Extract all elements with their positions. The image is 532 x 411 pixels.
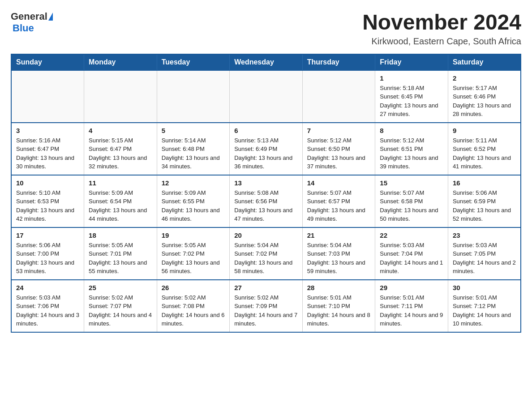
calendar-week-2: 3Sunrise: 5:16 AM Sunset: 6:47 PM Daylig… — [11, 123, 521, 175]
calendar-cell: 17Sunrise: 5:06 AM Sunset: 7:00 PM Dayli… — [11, 227, 84, 280]
header-wednesday: Wednesday — [230, 54, 303, 70]
calendar-cell — [11, 70, 84, 123]
calendar-cell — [84, 70, 157, 123]
title-block: November 2024 Kirkwood, Eastern Cape, So… — [362, 11, 521, 47]
day-number: 12 — [162, 179, 225, 187]
calendar-cell: 12Sunrise: 5:09 AM Sunset: 6:55 PM Dayli… — [157, 175, 230, 227]
calendar-cell: 5Sunrise: 5:14 AM Sunset: 6:48 PM Daylig… — [157, 123, 230, 175]
day-info: Sunrise: 5:14 AM Sunset: 6:48 PM Dayligh… — [162, 136, 225, 171]
day-number: 7 — [307, 127, 371, 134]
calendar-cell: 23Sunrise: 5:03 AM Sunset: 7:05 PM Dayli… — [448, 227, 521, 280]
calendar-cell: 3Sunrise: 5:16 AM Sunset: 6:47 PM Daylig… — [11, 123, 84, 175]
day-info: Sunrise: 5:01 AM Sunset: 7:10 PM Dayligh… — [307, 293, 371, 328]
day-info: Sunrise: 5:12 AM Sunset: 6:51 PM Dayligh… — [380, 136, 443, 171]
day-number: 29 — [380, 284, 443, 291]
month-title: November 2024 — [362, 11, 521, 34]
day-number: 19 — [162, 231, 225, 239]
calendar-cell: 13Sunrise: 5:08 AM Sunset: 6:56 PM Dayli… — [230, 175, 303, 227]
logo-triangle-icon — [48, 13, 53, 21]
calendar-cell: 27Sunrise: 5:02 AM Sunset: 7:09 PM Dayli… — [230, 280, 303, 332]
day-number: 11 — [89, 179, 152, 187]
day-info: Sunrise: 5:13 AM Sunset: 6:49 PM Dayligh… — [234, 136, 298, 171]
day-number: 17 — [16, 231, 79, 239]
calendar-cell: 14Sunrise: 5:07 AM Sunset: 6:57 PM Dayli… — [302, 175, 375, 227]
calendar-cell: 25Sunrise: 5:02 AM Sunset: 7:07 PM Dayli… — [84, 280, 157, 332]
day-info: Sunrise: 5:11 AM Sunset: 6:52 PM Dayligh… — [453, 136, 516, 171]
calendar-cell: 9Sunrise: 5:11 AM Sunset: 6:52 PM Daylig… — [448, 123, 521, 175]
day-number: 27 — [234, 284, 298, 291]
day-number: 3 — [16, 127, 79, 134]
calendar-cell: 6Sunrise: 5:13 AM Sunset: 6:49 PM Daylig… — [230, 123, 303, 175]
logo-general-text: General — [11, 11, 47, 22]
header-thursday: Thursday — [302, 54, 375, 70]
day-number: 4 — [89, 127, 152, 134]
day-number: 10 — [16, 179, 79, 187]
day-info: Sunrise: 5:01 AM Sunset: 7:12 PM Dayligh… — [453, 293, 516, 328]
day-info: Sunrise: 5:10 AM Sunset: 6:53 PM Dayligh… — [16, 188, 79, 223]
day-info: Sunrise: 5:04 AM Sunset: 7:02 PM Dayligh… — [234, 241, 298, 276]
calendar-cell: 8Sunrise: 5:12 AM Sunset: 6:51 PM Daylig… — [375, 123, 448, 175]
day-number: 25 — [89, 284, 152, 291]
header-friday: Friday — [375, 54, 448, 70]
calendar-cell: 7Sunrise: 5:12 AM Sunset: 6:50 PM Daylig… — [302, 123, 375, 175]
day-info: Sunrise: 5:03 AM Sunset: 7:05 PM Dayligh… — [453, 241, 516, 276]
header-sunday: Sunday — [11, 54, 84, 70]
day-number: 21 — [307, 231, 371, 239]
day-info: Sunrise: 5:02 AM Sunset: 7:09 PM Dayligh… — [234, 293, 298, 328]
header-tuesday: Tuesday — [157, 54, 230, 70]
day-info: Sunrise: 5:08 AM Sunset: 6:56 PM Dayligh… — [234, 188, 298, 223]
day-info: Sunrise: 5:04 AM Sunset: 7:03 PM Dayligh… — [307, 241, 371, 276]
calendar-cell: 1Sunrise: 5:18 AM Sunset: 6:45 PM Daylig… — [375, 70, 448, 123]
calendar-cell: 21Sunrise: 5:04 AM Sunset: 7:03 PM Dayli… — [302, 227, 375, 280]
day-info: Sunrise: 5:07 AM Sunset: 6:57 PM Dayligh… — [307, 188, 371, 223]
header-saturday: Saturday — [448, 54, 521, 70]
calendar-week-5: 24Sunrise: 5:03 AM Sunset: 7:06 PM Dayli… — [11, 280, 521, 332]
day-info: Sunrise: 5:05 AM Sunset: 7:02 PM Dayligh… — [162, 241, 225, 276]
calendar-cell: 10Sunrise: 5:10 AM Sunset: 6:53 PM Dayli… — [11, 175, 84, 227]
day-number: 28 — [307, 284, 371, 291]
calendar-cell: 28Sunrise: 5:01 AM Sunset: 7:10 PM Dayli… — [302, 280, 375, 332]
day-number: 18 — [89, 231, 152, 239]
day-info: Sunrise: 5:01 AM Sunset: 7:11 PM Dayligh… — [380, 293, 443, 328]
logo: General Blue — [11, 11, 53, 34]
day-info: Sunrise: 5:06 AM Sunset: 6:59 PM Dayligh… — [453, 188, 516, 223]
calendar-cell: 15Sunrise: 5:07 AM Sunset: 6:58 PM Dayli… — [375, 175, 448, 227]
day-number: 6 — [234, 127, 298, 134]
logo-blue-text: Blue — [13, 22, 34, 34]
day-info: Sunrise: 5:12 AM Sunset: 6:50 PM Dayligh… — [307, 136, 371, 171]
calendar-cell: 11Sunrise: 5:09 AM Sunset: 6:54 PM Dayli… — [84, 175, 157, 227]
day-info: Sunrise: 5:15 AM Sunset: 6:47 PM Dayligh… — [89, 136, 152, 171]
day-number: 8 — [380, 127, 443, 134]
day-info: Sunrise: 5:18 AM Sunset: 6:45 PM Dayligh… — [380, 84, 443, 119]
day-number: 2 — [453, 74, 516, 82]
day-info: Sunrise: 5:17 AM Sunset: 6:46 PM Dayligh… — [453, 84, 516, 119]
day-number: 1 — [380, 74, 443, 82]
calendar-cell: 22Sunrise: 5:03 AM Sunset: 7:04 PM Dayli… — [375, 227, 448, 280]
calendar-cell: 26Sunrise: 5:02 AM Sunset: 7:08 PM Dayli… — [157, 280, 230, 332]
calendar-cell: 2Sunrise: 5:17 AM Sunset: 6:46 PM Daylig… — [448, 70, 521, 123]
day-number: 30 — [453, 284, 516, 291]
calendar-cell: 24Sunrise: 5:03 AM Sunset: 7:06 PM Dayli… — [11, 280, 84, 332]
day-number: 23 — [453, 231, 516, 239]
day-number: 26 — [162, 284, 225, 291]
day-number: 14 — [307, 179, 371, 187]
calendar-cell: 18Sunrise: 5:05 AM Sunset: 7:01 PM Dayli… — [84, 227, 157, 280]
day-info: Sunrise: 5:03 AM Sunset: 7:06 PM Dayligh… — [16, 293, 79, 328]
day-number: 15 — [380, 179, 443, 187]
calendar-header-row: SundayMondayTuesdayWednesdayThursdayFrid… — [11, 54, 521, 70]
day-number: 5 — [162, 127, 225, 134]
calendar-cell — [302, 70, 375, 123]
day-info: Sunrise: 5:09 AM Sunset: 6:55 PM Dayligh… — [162, 188, 225, 223]
day-number: 24 — [16, 284, 79, 291]
calendar-cell: 19Sunrise: 5:05 AM Sunset: 7:02 PM Dayli… — [157, 227, 230, 280]
calendar-cell: 4Sunrise: 5:15 AM Sunset: 6:47 PM Daylig… — [84, 123, 157, 175]
calendar-cell: 30Sunrise: 5:01 AM Sunset: 7:12 PM Dayli… — [448, 280, 521, 332]
day-info: Sunrise: 5:02 AM Sunset: 7:07 PM Dayligh… — [89, 293, 152, 328]
calendar-cell: 29Sunrise: 5:01 AM Sunset: 7:11 PM Dayli… — [375, 280, 448, 332]
day-info: Sunrise: 5:06 AM Sunset: 7:00 PM Dayligh… — [16, 241, 79, 276]
calendar-cell — [230, 70, 303, 123]
day-info: Sunrise: 5:07 AM Sunset: 6:58 PM Dayligh… — [380, 188, 443, 223]
calendar-week-3: 10Sunrise: 5:10 AM Sunset: 6:53 PM Dayli… — [11, 175, 521, 227]
day-number: 20 — [234, 231, 298, 239]
day-info: Sunrise: 5:05 AM Sunset: 7:01 PM Dayligh… — [89, 241, 152, 276]
